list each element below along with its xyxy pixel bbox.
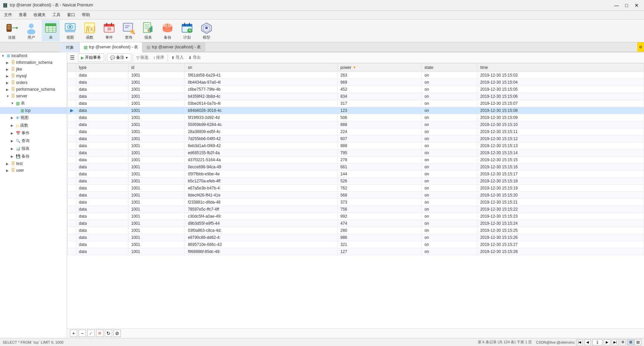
toolbar-function[interactable]: f(x) 函数 (81, 20, 99, 41)
table-row[interactable]: data10016eb3d1a4-0f49-42989on2019-12-30 … (67, 142, 644, 149)
header-type[interactable]: type (76, 63, 129, 72)
toolbar-connect[interactable]: 连接 (3, 20, 21, 41)
sidebar-item-user[interactable]: ▶ 🗄 user (0, 167, 67, 174)
header-id[interactable]: id (128, 63, 185, 72)
sort-button[interactable]: ↕ 排序 (151, 54, 166, 61)
sidebar-item-test[interactable]: ▶ 🗄 test (0, 160, 67, 167)
toolbar-query[interactable]: 查询 (120, 20, 138, 41)
prev-page-button[interactable]: ◀ (584, 339, 591, 345)
table-row[interactable]: data100128a38809-ed5f-4c224on2019-12-30 … (67, 128, 644, 135)
header-sn[interactable]: sn (185, 63, 337, 72)
header-state[interactable]: state (422, 63, 477, 72)
sidebar-item-views-folder[interactable]: ▶ 👁 视图 (0, 114, 67, 122)
table-row[interactable]: data100178597e5c-ffc7-4ff756on2019-12-30… (67, 206, 644, 213)
table-row[interactable]: data1001e67a5e3b-b47b-4:762on2019-12-30 … (67, 185, 644, 192)
header-time[interactable]: time (477, 63, 644, 72)
table-row[interactable]: data10010b4434aa-97a0-4l969on2019-12-30 … (67, 79, 644, 86)
sidebar-item-orders[interactable]: ▶ 🗄 orders (0, 79, 67, 86)
table-row[interactable]: data1001c30dc5f4-a0ae-49:992on2019-12-30… (67, 213, 644, 220)
table-row[interactable]: data10010ecce696-94ca-49661on2019-12-30 … (67, 164, 644, 171)
sidebar-item-backup-folder[interactable]: ▶ 💾 备份 (0, 153, 67, 160)
sidebar-item-events-folder[interactable]: ▶ 📅 事件 (0, 129, 67, 137)
cell-state: on (422, 128, 477, 135)
toolbar-event-label: 事件 (105, 35, 113, 40)
table-row[interactable]: data100105f7fbbb-e9be-4e144on2019-12-30 … (67, 171, 644, 178)
page-input[interactable] (592, 339, 602, 345)
toolbar-user[interactable]: 用户 (22, 20, 40, 41)
table-row[interactable]: ▶data1001b94b6026-3018-4c123on2019-12-30… (67, 107, 644, 114)
table-row[interactable]: data1001b5c1270a-efeb-4ff526on2019-12-30… (67, 178, 644, 185)
maximize-button[interactable]: □ (622, 1, 631, 9)
next-page-button[interactable]: ▶ (604, 339, 610, 345)
cell-type: data (76, 248, 129, 255)
table-row[interactable]: data1001b4359f42-3b8d-4c834on2019-12-30 … (67, 93, 644, 100)
header-power[interactable]: power ▼ (337, 63, 422, 72)
table-row[interactable]: data1001f233881c-d6da-48373on2019-12-30 … (67, 199, 644, 206)
add-row-button[interactable]: + (70, 330, 77, 337)
table-row[interactable]: data1001e8790c86-dd62-4:986on2019-12-30 … (67, 234, 644, 241)
form-view-button[interactable]: ▤ (635, 339, 641, 345)
sidebar-item-server[interactable]: ▼ 🗄 server (0, 93, 67, 99)
begin-transaction-button[interactable]: ▶ 开始事务 (78, 53, 104, 62)
comment-button[interactable]: 💬 备注 ▼ (107, 53, 131, 62)
minimize-button[interactable]: — (612, 1, 621, 9)
svg-rect-17 (65, 31, 75, 32)
table-row[interactable]: data10018695710e-666c-43321on2019-12-30 … (67, 241, 644, 248)
table-row[interactable]: data1001f968886f-85dc-48:127on2019-12-30… (67, 248, 644, 255)
tab-tcp-1[interactable]: ▦ tcp @server (localhost) - 表 (80, 42, 142, 52)
delete-row-button[interactable]: − (79, 330, 86, 337)
import-button[interactable]: ⬆ 导入 (169, 54, 186, 61)
grid-view-button[interactable]: ⊞ (627, 339, 634, 345)
close-button[interactable]: ✕ (632, 1, 641, 9)
table-row[interactable]: data10015f19f933-2d92-4d506on2019-12-30 … (67, 114, 644, 121)
toolbar-backup[interactable]: 备份 (158, 20, 177, 41)
sidebar-item-localhost[interactable]: ▼ 🖥 localhost (0, 52, 67, 59)
confirm-button[interactable]: ✓ (87, 330, 95, 337)
table-row[interactable]: data10018decf426-ff41-41e568on2019-12-30… (67, 192, 644, 199)
toolbar-event[interactable]: 15 事件 (100, 20, 118, 41)
menu-file[interactable]: 文件 (1, 11, 15, 18)
clear-filter-button[interactable]: ⊘ (113, 330, 121, 337)
sidebar-item-reports-folder[interactable]: ▶ 📊 报表 (0, 145, 67, 153)
last-page-button[interactable]: ▶| (612, 339, 618, 345)
table-row[interactable]: data100103be2614-0a7b-4l317on2019-12-30 … (67, 100, 644, 107)
toolbar-report[interactable]: 报表 (139, 20, 157, 41)
menu-window[interactable]: 窗口 (64, 11, 78, 18)
menu-tools[interactable]: 工具 (50, 11, 63, 18)
sidebar-item-perf-schema[interactable]: ▶ 🗄 performance_schema (0, 86, 67, 93)
tab-settings-icon[interactable]: ⚙ (637, 42, 644, 52)
cell-state: on (422, 157, 477, 164)
sidebar-item-information-schema[interactable]: ▶ 🗄 information_schema (0, 59, 67, 66)
toolbar-schedule[interactable]: 计划 (178, 20, 196, 41)
cell-power: 888 (337, 121, 422, 128)
toolbar-table[interactable]: 表 (42, 20, 60, 41)
toolbar-user-label: 用户 (28, 35, 35, 40)
toolbar-model[interactable]: 模型 (197, 20, 216, 41)
sidebar-item-queries-folder[interactable]: ▶ 🔍 查询 (0, 137, 67, 145)
tab-tcp-2[interactable]: ▦ tcp @server (localhost) - 表 (142, 42, 205, 52)
filter-button[interactable]: ▽ 筛选 (134, 54, 150, 61)
sidebar-item-mysql[interactable]: ▶ 🗄 mysql (0, 73, 67, 79)
sidebar-item-jike[interactable]: ▶ 🗄 jike (0, 66, 67, 73)
table-row[interactable]: data10017d255bb6-04f0-42607on2019-12-30 … (67, 135, 644, 142)
table-row[interactable]: data1001d37f3221-5164-4a278on2019-12-30 … (67, 157, 644, 164)
table-row[interactable]: data10015f61dd58-6a29-41263on2019-12-30 … (67, 72, 644, 79)
sidebar-item-tables-folder[interactable]: ▼ ▦ 表 (0, 99, 67, 107)
refresh-button[interactable]: ↻ (105, 330, 112, 337)
menu-help[interactable]: 帮助 (79, 11, 93, 18)
sidebar-item-functions-folder[interactable]: ▶ f() 函数 (0, 122, 67, 129)
table-row[interactable]: data100103f0a863-c8ca-4d:280on2019-12-30… (67, 227, 644, 234)
menu-favorites[interactable]: 收藏夹 (31, 11, 48, 18)
first-page-button[interactable]: |◀ (576, 339, 583, 345)
cancel-edit-button[interactable]: ✕ (96, 330, 103, 337)
tab-objects[interactable]: 对象 (60, 42, 80, 52)
table-row[interactable]: data100155959b99-6284-4c888on2019-12-30 … (67, 121, 644, 128)
settings-gear-button[interactable]: ⚙ (620, 339, 626, 345)
table-row[interactable]: data1001c6be7577-79fe-4b452on2019-12-30 … (67, 86, 644, 93)
export-button[interactable]: ⬇ 导出 (186, 54, 203, 61)
table-row[interactable]: data1001ed685155-fb2f-4a795on2019-12-30 … (67, 149, 644, 157)
toolbar-view[interactable]: 视图 (61, 20, 79, 41)
table-row[interactable]: data1001d9b3d55f-e9f5-44474on2019-12-30 … (67, 220, 644, 227)
menu-view[interactable]: 查看 (16, 11, 30, 18)
sidebar-item-tcp-table[interactable]: ▦ tcp (0, 107, 67, 114)
